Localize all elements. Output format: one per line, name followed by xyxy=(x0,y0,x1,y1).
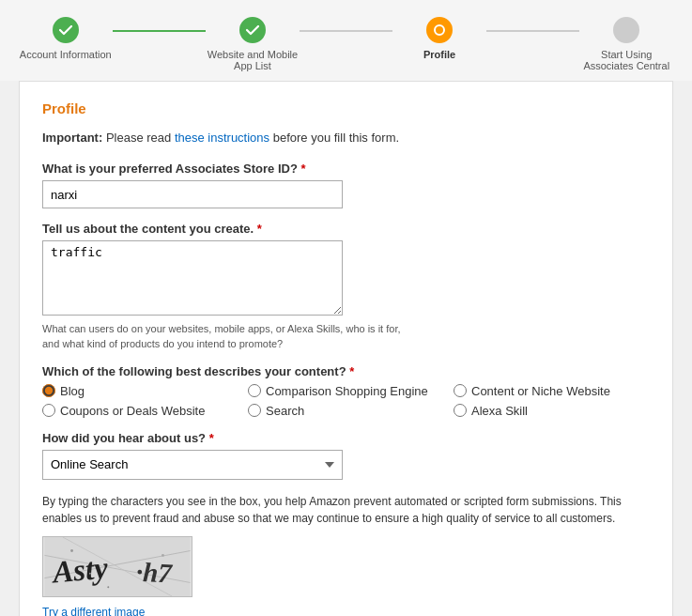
radio-search[interactable]: Search xyxy=(248,404,444,418)
captcha-info: By typing the characters you see in the … xyxy=(42,493,650,527)
important-suffix: before you fill this form. xyxy=(273,131,399,145)
try-different-image-link[interactable]: Try a different image xyxy=(42,606,145,616)
connector-3 xyxy=(486,30,580,32)
connector-2 xyxy=(300,30,393,32)
svg-point-8 xyxy=(107,586,109,588)
captcha-image: Asty ·h7 xyxy=(42,536,192,597)
step-circle-website xyxy=(239,17,266,43)
radio-niche-input[interactable] xyxy=(454,384,467,397)
content-type-label: Which of the following best describes yo… xyxy=(42,364,650,378)
radio-content-niche[interactable]: Content or Niche Website xyxy=(454,384,650,398)
instructions-link[interactable]: these instructions xyxy=(175,131,269,145)
content-label: Tell us about the content you create. * xyxy=(42,222,650,236)
step-label-start: Start Using Associates Central xyxy=(579,49,673,71)
svg-point-9 xyxy=(161,554,164,557)
main-content: Profile Important: Please read these ins… xyxy=(19,81,673,616)
content-required: * xyxy=(257,222,262,236)
radio-blog-input[interactable] xyxy=(42,384,55,397)
how-heard-label: How did you hear about us? * xyxy=(42,431,650,445)
step-label-account: Account Information xyxy=(20,49,112,60)
step-circle-profile xyxy=(426,17,453,43)
content-hint: What can users do on your websites, mobi… xyxy=(42,322,418,351)
step-start-using: Start Using Associates Central xyxy=(579,17,673,71)
step-label-profile: Profile xyxy=(423,49,455,60)
svg-point-7 xyxy=(70,549,73,552)
store-id-label: What is your preferred Associates Store … xyxy=(42,162,650,176)
how-heard-required: * xyxy=(209,431,214,445)
store-id-group: What is your preferred Associates Store … xyxy=(42,162,650,208)
step-profile: Profile xyxy=(392,17,486,60)
radio-search-input[interactable] xyxy=(248,404,261,417)
important-prefix-text: Please read xyxy=(106,131,175,145)
content-type-group: Which of the following best describes yo… xyxy=(42,364,650,418)
step-circle-start xyxy=(613,17,639,43)
how-heard-group: How did you hear about us? * Online Sear… xyxy=(42,431,650,480)
radio-alexa-input[interactable] xyxy=(454,404,467,417)
how-heard-select[interactable]: Online Search Email Friend or Colleague … xyxy=(42,450,343,480)
radio-comparison[interactable]: Comparison Shopping Engine xyxy=(248,384,444,398)
content-type-required: * xyxy=(349,364,354,378)
important-notice: Important: Please read these instruction… xyxy=(42,130,650,146)
section-title: Profile xyxy=(42,100,650,116)
step-label-website: Website and Mobile App List xyxy=(206,49,300,71)
important-label: Important: xyxy=(42,131,102,145)
step-website-app: Website and Mobile App List xyxy=(206,17,300,71)
connector-1 xyxy=(113,30,207,32)
progress-bar: Account Information Website and Mobile A… xyxy=(0,0,692,81)
content-textarea[interactable]: traffic xyxy=(42,240,343,316)
radio-alexa[interactable]: Alexa Skill xyxy=(454,404,650,418)
svg-point-0 xyxy=(435,25,444,35)
radio-comparison-input[interactable] xyxy=(248,384,261,397)
radio-coupons[interactable]: Coupons or Deals Website xyxy=(42,404,238,418)
radio-blog[interactable]: Blog xyxy=(42,384,238,398)
content-type-options: Blog Comparison Shopping Engine Content … xyxy=(42,384,650,418)
step-account-info: Account Information xyxy=(19,17,113,60)
svg-text:Asty: Asty xyxy=(50,550,110,589)
store-id-required: * xyxy=(301,162,306,176)
progress-steps: Account Information Website and Mobile A… xyxy=(19,17,673,71)
step-circle-account xyxy=(53,17,79,43)
store-id-input[interactable] xyxy=(42,180,343,208)
radio-coupons-input[interactable] xyxy=(42,404,55,417)
svg-text:·h7: ·h7 xyxy=(135,557,174,589)
content-group: Tell us about the content you create. * … xyxy=(42,222,650,351)
svg-point-10 xyxy=(89,573,91,575)
